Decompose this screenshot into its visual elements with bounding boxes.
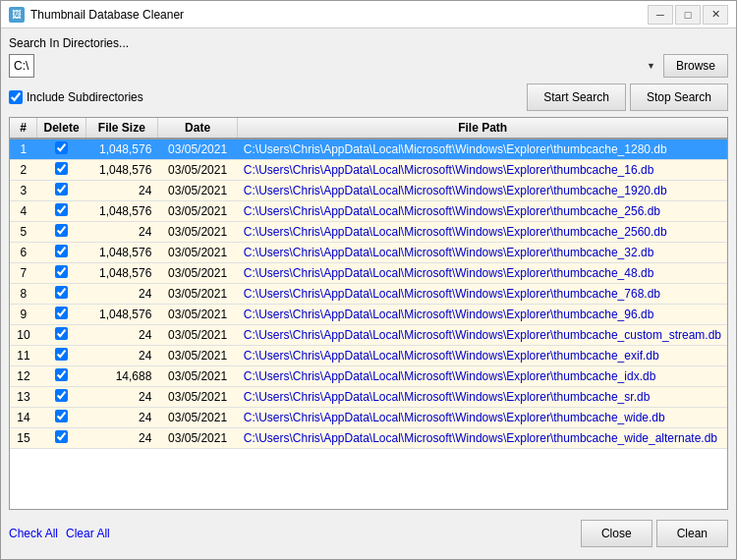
directory-select[interactable]: C:\ bbox=[9, 54, 34, 78]
table-row[interactable]: 71,048,57603/05/2021C:\Users\Chris\AppDa… bbox=[10, 263, 727, 284]
minimize-button[interactable]: ─ bbox=[648, 5, 673, 25]
delete-checkbox[interactable] bbox=[55, 410, 68, 422]
delete-checkbox[interactable] bbox=[55, 307, 68, 319]
clean-button[interactable]: Clean bbox=[656, 520, 728, 547]
close-button-footer[interactable]: Close bbox=[581, 520, 652, 547]
table-row[interactable]: 11,048,57603/05/2021C:\Users\Chris\AppDa… bbox=[10, 139, 727, 160]
include-subdirs-text: Include Subdirectories bbox=[27, 90, 143, 104]
cell-filepath: C:\Users\Chris\AppData\Local\Microsoft\W… bbox=[238, 139, 727, 160]
cell-num: 6 bbox=[10, 243, 37, 263]
cell-date: 03/05/2021 bbox=[157, 284, 237, 305]
cell-delete[interactable] bbox=[37, 305, 86, 325]
delete-checkbox[interactable] bbox=[55, 286, 68, 299]
delete-checkbox[interactable] bbox=[55, 224, 68, 237]
cell-delete[interactable] bbox=[37, 408, 86, 428]
table-row[interactable]: 132403/05/2021C:\Users\Chris\AppData\Loc… bbox=[10, 387, 727, 408]
file-table-container: # Delete File Size Date File Path 11,048… bbox=[9, 117, 728, 510]
window-title: Thumbnail Database Cleaner bbox=[30, 8, 184, 22]
cell-delete[interactable] bbox=[37, 428, 86, 449]
table-row[interactable]: 1214,68803/05/2021C:\Users\Chris\AppData… bbox=[10, 366, 727, 387]
delete-checkbox[interactable] bbox=[55, 162, 68, 175]
cell-delete[interactable] bbox=[37, 387, 86, 408]
delete-checkbox[interactable] bbox=[55, 203, 68, 216]
cell-filepath: C:\Users\Chris\AppData\Local\Microsoft\W… bbox=[238, 160, 727, 181]
include-subdirs-label[interactable]: Include Subdirectories bbox=[9, 90, 143, 104]
table-row[interactable]: 152403/05/2021C:\Users\Chris\AppData\Loc… bbox=[10, 428, 727, 449]
cell-delete[interactable] bbox=[37, 284, 86, 305]
table-row[interactable]: 82403/05/2021C:\Users\Chris\AppData\Loca… bbox=[10, 284, 727, 305]
cell-delete[interactable] bbox=[37, 346, 86, 366]
header-row: # Delete File Size Date File Path bbox=[10, 118, 727, 139]
table-row[interactable]: 91,048,57603/05/2021C:\Users\Chris\AppDa… bbox=[10, 305, 727, 325]
table-row[interactable]: 102403/05/2021C:\Users\Chris\AppData\Loc… bbox=[10, 325, 727, 346]
cell-date: 03/05/2021 bbox=[157, 408, 237, 428]
title-bar-left: 🖼 Thumbnail Database Cleaner bbox=[9, 7, 184, 23]
cell-delete[interactable] bbox=[37, 325, 86, 346]
cell-num: 11 bbox=[10, 346, 37, 366]
cell-delete[interactable] bbox=[37, 201, 86, 222]
delete-checkbox[interactable] bbox=[55, 348, 68, 361]
cell-filepath: C:\Users\Chris\AppData\Local\Microsoft\W… bbox=[238, 284, 727, 305]
cell-date: 03/05/2021 bbox=[157, 160, 237, 181]
cell-delete[interactable] bbox=[37, 243, 86, 263]
cell-date: 03/05/2021 bbox=[157, 243, 237, 263]
delete-checkbox[interactable] bbox=[55, 141, 68, 154]
cell-num: 5 bbox=[10, 222, 37, 243]
delete-checkbox[interactable] bbox=[55, 183, 68, 196]
cell-num: 14 bbox=[10, 408, 37, 428]
col-header-date: Date bbox=[157, 118, 237, 139]
cell-date: 03/05/2021 bbox=[157, 325, 237, 346]
options-row: Include Subdirectories Start Search Stop… bbox=[9, 84, 728, 111]
cell-delete[interactable] bbox=[37, 222, 86, 243]
delete-checkbox[interactable] bbox=[55, 368, 68, 381]
col-header-num: # bbox=[10, 118, 37, 139]
table-row[interactable]: 32403/05/2021C:\Users\Chris\AppData\Loca… bbox=[10, 181, 727, 201]
start-search-button[interactable]: Start Search bbox=[527, 84, 626, 111]
footer-buttons: Close Clean bbox=[581, 520, 728, 547]
search-section: Search In Directories... C:\ Browse bbox=[9, 36, 728, 78]
cell-filesize: 24 bbox=[85, 346, 157, 366]
content-area: Search In Directories... C:\ Browse Incl… bbox=[1, 28, 736, 559]
delete-checkbox[interactable] bbox=[55, 265, 68, 278]
cell-delete[interactable] bbox=[37, 366, 86, 387]
table-row[interactable]: 112403/05/2021C:\Users\Chris\AppData\Loc… bbox=[10, 346, 727, 366]
cell-delete[interactable] bbox=[37, 160, 86, 181]
stop-search-button[interactable]: Stop Search bbox=[630, 84, 728, 111]
table-row[interactable]: 21,048,57603/05/2021C:\Users\Chris\AppDa… bbox=[10, 160, 727, 181]
maximize-button[interactable]: □ bbox=[675, 5, 701, 25]
cell-filesize: 24 bbox=[85, 284, 157, 305]
delete-checkbox[interactable] bbox=[55, 245, 68, 257]
clear-all-link[interactable]: Clear All bbox=[66, 527, 110, 540]
cell-num: 7 bbox=[10, 263, 37, 284]
check-all-link[interactable]: Check All bbox=[9, 527, 58, 540]
cell-filepath: C:\Users\Chris\AppData\Local\Microsoft\W… bbox=[238, 366, 727, 387]
cell-date: 03/05/2021 bbox=[157, 263, 237, 284]
table-row[interactable]: 142403/05/2021C:\Users\Chris\AppData\Loc… bbox=[10, 408, 727, 428]
col-header-size: File Size bbox=[85, 118, 157, 139]
delete-checkbox[interactable] bbox=[55, 430, 68, 443]
close-button[interactable]: ✕ bbox=[703, 5, 728, 25]
cell-num: 8 bbox=[10, 284, 37, 305]
cell-num: 13 bbox=[10, 387, 37, 408]
cell-delete[interactable] bbox=[37, 263, 86, 284]
browse-button[interactable]: Browse bbox=[663, 54, 728, 78]
table-row[interactable]: 52403/05/2021C:\Users\Chris\AppData\Loca… bbox=[10, 222, 727, 243]
search-dir-label: Search In Directories... bbox=[9, 36, 728, 50]
cell-filesize: 24 bbox=[85, 387, 157, 408]
table-row[interactable]: 41,048,57603/05/2021C:\Users\Chris\AppDa… bbox=[10, 201, 727, 222]
cell-delete[interactable] bbox=[37, 139, 86, 160]
include-subdirs-checkbox[interactable] bbox=[9, 90, 23, 104]
cell-filepath: C:\Users\Chris\AppData\Local\Microsoft\W… bbox=[238, 305, 727, 325]
cell-filepath: C:\Users\Chris\AppData\Local\Microsoft\W… bbox=[238, 243, 727, 263]
cell-num: 12 bbox=[10, 366, 37, 387]
col-header-delete: Delete bbox=[37, 118, 86, 139]
cell-num: 1 bbox=[10, 139, 37, 160]
cell-date: 03/05/2021 bbox=[157, 201, 237, 222]
table-row[interactable]: 61,048,57603/05/2021C:\Users\Chris\AppDa… bbox=[10, 243, 727, 263]
cell-filepath: C:\Users\Chris\AppData\Local\Microsoft\W… bbox=[238, 428, 727, 449]
cell-delete[interactable] bbox=[37, 181, 86, 201]
delete-checkbox[interactable] bbox=[55, 327, 68, 340]
cell-filesize: 24 bbox=[85, 181, 157, 201]
delete-checkbox[interactable] bbox=[55, 389, 68, 402]
cell-num: 10 bbox=[10, 325, 37, 346]
